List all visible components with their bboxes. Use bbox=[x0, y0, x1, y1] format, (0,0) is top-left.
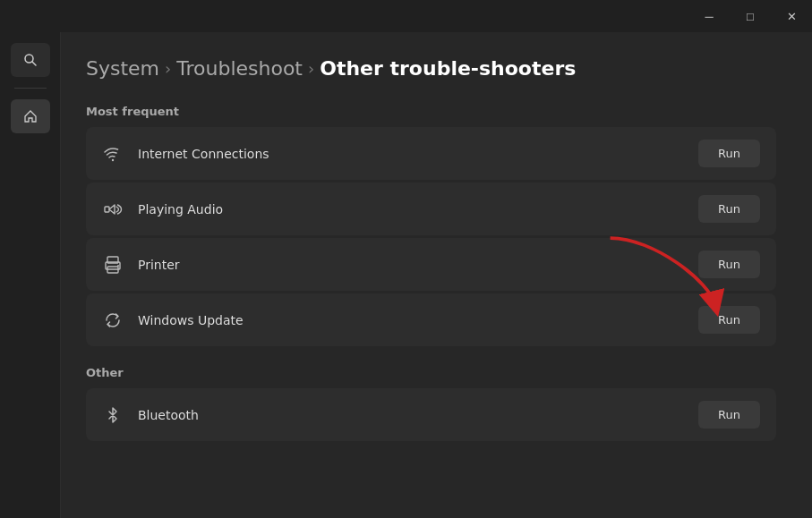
item-label: Windows Update bbox=[138, 313, 244, 327]
list-item: Windows Update Run bbox=[86, 293, 776, 346]
title-bar: ─ □ ✕ bbox=[0, 0, 812, 32]
other-list: Bluetooth Run bbox=[86, 388, 776, 441]
item-left: Playing Audio bbox=[102, 199, 223, 220]
list-item: Printer Run bbox=[86, 238, 776, 291]
item-left: Bluetooth bbox=[102, 404, 199, 426]
svg-line-1 bbox=[32, 62, 36, 65]
breadcrumb-current: Other trouble-shooters bbox=[320, 57, 576, 80]
close-button[interactable]: ✕ bbox=[771, 0, 812, 32]
main-content: System › Troubleshoot › Other trouble-sh… bbox=[61, 32, 812, 518]
app-container: System › Troubleshoot › Other trouble-sh… bbox=[0, 32, 812, 518]
run-button-audio[interactable]: Run bbox=[698, 195, 760, 223]
item-label: Printer bbox=[138, 258, 180, 272]
svg-point-7 bbox=[117, 265, 119, 267]
wifi-icon bbox=[102, 143, 124, 165]
list-item: Playing Audio Run bbox=[86, 183, 776, 235]
most-frequent-label: Most frequent bbox=[86, 105, 776, 118]
maximize-button[interactable]: □ bbox=[730, 0, 771, 32]
breadcrumb: System › Troubleshoot › Other trouble-sh… bbox=[86, 57, 776, 80]
item-left: Windows Update bbox=[102, 310, 244, 331]
list-item: Internet Connections Run bbox=[86, 127, 776, 180]
breadcrumb-sep1: › bbox=[165, 59, 171, 78]
update-icon bbox=[102, 310, 124, 331]
other-label: Other bbox=[86, 366, 776, 379]
item-label: Playing Audio bbox=[138, 202, 223, 217]
breadcrumb-sep2: › bbox=[308, 59, 314, 78]
most-frequent-list: Internet Connections Run bbox=[86, 127, 776, 346]
search-icon bbox=[23, 53, 38, 67]
run-button-internet[interactable]: Run bbox=[698, 140, 760, 167]
item-left: Internet Connections bbox=[102, 143, 269, 165]
printer-icon bbox=[102, 254, 124, 276]
sidebar bbox=[0, 32, 61, 518]
list-item: Bluetooth Run bbox=[86, 388, 776, 441]
sidebar-divider bbox=[14, 88, 47, 89]
item-label: Internet Connections bbox=[138, 147, 269, 161]
item-left: Printer bbox=[102, 254, 180, 276]
svg-rect-3 bbox=[105, 207, 109, 212]
search-button[interactable] bbox=[11, 43, 50, 77]
item-label: Bluetooth bbox=[138, 408, 199, 422]
run-button-bluetooth[interactable]: Run bbox=[698, 401, 760, 429]
home-icon bbox=[23, 109, 38, 123]
audio-icon bbox=[102, 199, 124, 220]
run-button-printer[interactable]: Run bbox=[698, 251, 760, 278]
svg-point-2 bbox=[112, 158, 114, 160]
content-inner: System › Troubleshoot › Other trouble-sh… bbox=[61, 32, 812, 486]
sidebar-nav-item[interactable] bbox=[11, 99, 50, 133]
breadcrumb-troubleshoot[interactable]: Troubleshoot bbox=[176, 57, 303, 80]
breadcrumb-system[interactable]: System bbox=[86, 57, 159, 80]
bluetooth-icon bbox=[102, 404, 124, 426]
run-button-windows-update[interactable]: Run bbox=[698, 306, 760, 334]
minimize-button[interactable]: ─ bbox=[688, 0, 730, 32]
